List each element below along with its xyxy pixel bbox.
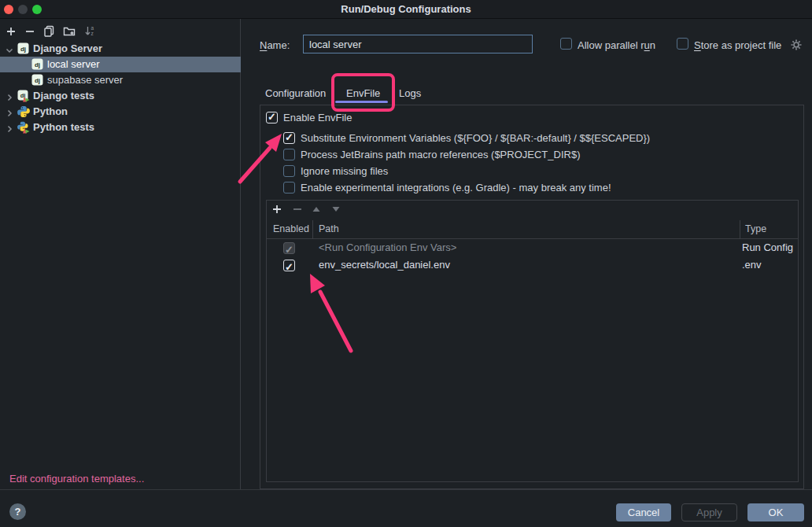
tree-item-label: Python tests bbox=[33, 120, 94, 135]
sort-az-icon: az bbox=[84, 25, 96, 39]
add-configuration-button[interactable] bbox=[4, 25, 18, 39]
tree-item-python-tests[interactable]: Python tests bbox=[0, 120, 241, 135]
svg-text:dj: dj bbox=[20, 46, 26, 53]
row-enabled-checkbox bbox=[283, 242, 295, 254]
name-input[interactable] bbox=[303, 35, 533, 53]
tree-item-label: Django Server bbox=[33, 41, 102, 57]
sidebar-toolbar: az bbox=[0, 22, 240, 42]
tree-item-local-server[interactable]: dj local server bbox=[0, 57, 241, 72]
ignore-missing-files-checkbox[interactable] bbox=[283, 165, 295, 177]
triangle-up-icon bbox=[312, 205, 321, 216]
column-separator bbox=[740, 220, 740, 239]
column-header-enabled[interactable]: Enabled bbox=[273, 223, 309, 234]
minus-icon bbox=[292, 204, 303, 217]
move-up-button[interactable] bbox=[309, 203, 323, 217]
tree-item-label: supabase server bbox=[47, 72, 123, 88]
allow-parallel-run-checkbox[interactable] bbox=[560, 38, 572, 50]
ignore-missing-files-label: Ignore missing files bbox=[301, 165, 388, 177]
experimental-integrations-checkbox[interactable] bbox=[283, 182, 295, 193]
tree-item-django-tests[interactable]: dj Django tests bbox=[0, 88, 241, 104]
plus-icon bbox=[271, 204, 282, 217]
row-type: .env bbox=[742, 256, 762, 274]
env-files-table: Enabled Path Type <Run Configuration Env… bbox=[266, 200, 799, 482]
allow-parallel-run-label: Allow parallel run bbox=[578, 39, 655, 51]
tab-configuration[interactable]: Configuration bbox=[265, 84, 326, 103]
envfile-tab-panel: Enable EnvFile Substitute Environment Va… bbox=[260, 105, 804, 489]
tree-item-supabase-server[interactable]: dj supabase server bbox=[0, 72, 241, 88]
svg-text:dj: dj bbox=[35, 61, 40, 68]
apply-button[interactable]: Apply bbox=[681, 503, 737, 521]
row-path: <Run Configuration Env Vars> bbox=[319, 239, 456, 256]
edit-configuration-templates-link[interactable]: Edit configuration templates... bbox=[9, 473, 144, 485]
cancel-button[interactable]: Cancel bbox=[616, 503, 671, 521]
row-path: env_secrets/local_daniel.env bbox=[319, 256, 450, 274]
minus-icon bbox=[24, 26, 35, 39]
dialog-footer: ? Cancel Apply OK bbox=[0, 489, 812, 527]
svg-text:a: a bbox=[90, 25, 94, 31]
tree-item-python[interactable]: Python bbox=[0, 104, 241, 120]
ok-button[interactable]: OK bbox=[747, 503, 804, 521]
substitute-env-vars-label: Substitute Environment Variables (${FOO}… bbox=[301, 132, 650, 144]
process-path-macro-label: Process JetBrains path macro references … bbox=[301, 149, 580, 160]
column-header-type[interactable]: Type bbox=[745, 223, 766, 234]
new-folder-icon bbox=[63, 25, 76, 39]
experimental-integrations-label: Enable experimental integrations (e.g. G… bbox=[301, 182, 611, 193]
svg-text:dj: dj bbox=[35, 77, 40, 84]
remove-env-file-button[interactable] bbox=[290, 203, 304, 217]
name-label: Name: bbox=[260, 39, 290, 51]
new-folder-button[interactable] bbox=[62, 25, 76, 39]
plus-icon bbox=[6, 26, 17, 39]
row-type: Run Config bbox=[742, 239, 793, 256]
substitute-env-vars-checkbox[interactable] bbox=[283, 132, 295, 144]
copy-configuration-button[interactable] bbox=[42, 25, 56, 39]
triangle-down-icon bbox=[331, 205, 341, 216]
tree-item-label: local server bbox=[47, 57, 99, 72]
tree-item-label: Python bbox=[33, 104, 68, 120]
gear-icon[interactable] bbox=[790, 39, 803, 53]
title-bar: Run/Debug Configurations bbox=[0, 0, 812, 19]
add-env-file-button[interactable] bbox=[270, 203, 284, 217]
dialog-title: Run/Debug Configurations bbox=[0, 3, 812, 15]
selected-tab-underline bbox=[335, 101, 388, 103]
column-header-path[interactable]: Path bbox=[319, 223, 339, 234]
enable-envfile-label: Enable EnvFile bbox=[283, 112, 352, 123]
svg-text:z: z bbox=[90, 31, 93, 36]
remove-configuration-button[interactable] bbox=[23, 25, 37, 39]
sort-configurations-button[interactable]: az bbox=[83, 25, 97, 39]
store-as-project-file-label: Store as project file bbox=[694, 39, 781, 51]
tab-logs[interactable]: Logs bbox=[399, 84, 421, 103]
copy-icon bbox=[43, 25, 55, 39]
tree-item-label: Django tests bbox=[33, 88, 94, 104]
help-button[interactable]: ? bbox=[9, 503, 26, 520]
tree-item-django-server[interactable]: dj Django Server bbox=[0, 41, 241, 57]
store-as-project-file-checkbox[interactable] bbox=[677, 38, 688, 50]
move-down-button[interactable] bbox=[329, 203, 343, 217]
process-path-macro-checkbox[interactable] bbox=[283, 149, 295, 160]
table-header: Enabled Path Type bbox=[267, 220, 798, 239]
enable-envfile-checkbox[interactable] bbox=[266, 112, 278, 123]
column-separator bbox=[312, 220, 313, 239]
python-tests-icon bbox=[17, 121, 30, 138]
chevron-right-icon[interactable] bbox=[5, 123, 14, 138]
env-files-toolbar bbox=[267, 201, 798, 220]
table-row-run-config-env-vars[interactable]: <Run Configuration Env Vars> Run Config bbox=[267, 239, 798, 256]
table-row-env-secrets[interactable]: env_secrets/local_daniel.env .env bbox=[267, 256, 798, 274]
configurations-sidebar: az dj Django Server dj local server dj s… bbox=[0, 19, 241, 489]
row-enabled-checkbox[interactable] bbox=[283, 260, 295, 271]
